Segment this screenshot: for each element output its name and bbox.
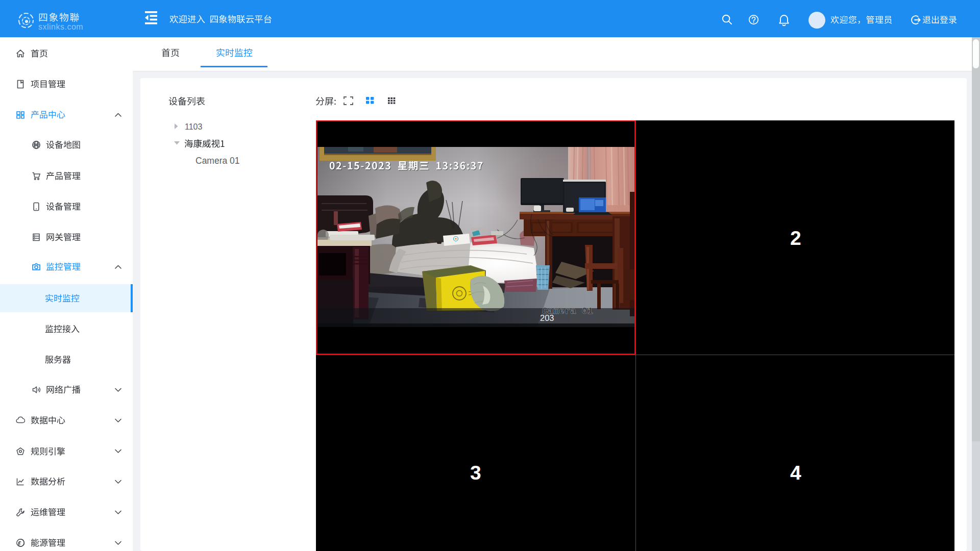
svg-text:203: 203 bbox=[540, 313, 554, 322]
